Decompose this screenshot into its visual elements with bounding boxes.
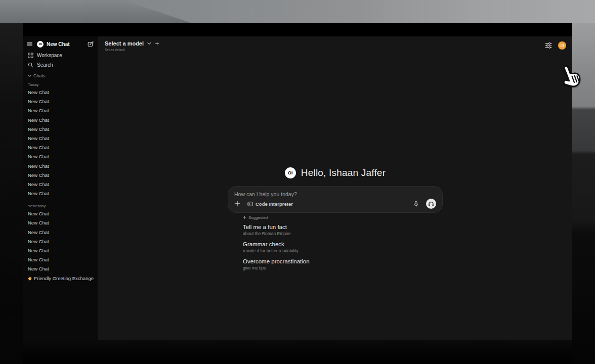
set-as-default-link[interactable]: Set as default bbox=[105, 48, 159, 52]
suggestion-title: Overcome procrastination bbox=[243, 258, 443, 265]
model-selector-block: Select a model Set as default bbox=[105, 40, 159, 52]
chat-group: Yesterday New ChatNew ChatNew ChatNew Ch… bbox=[27, 202, 94, 274]
sidebar-chat-item[interactable]: New Chat bbox=[27, 134, 94, 143]
sidebar-chat-item[interactable]: New Chat bbox=[27, 143, 94, 152]
wallpaper-top bbox=[0, 0, 595, 23]
plus-icon[interactable] bbox=[234, 201, 240, 207]
sidebar: OI New Chat Workspace bbox=[23, 36, 98, 340]
desktop: OI New Chat Workspace bbox=[0, 0, 595, 364]
chats-section-label: Chats bbox=[33, 73, 46, 78]
sidebar-chat-item[interactable]: New Chat bbox=[27, 255, 94, 264]
app-window: OI New Chat Workspace bbox=[23, 23, 572, 340]
sidebar-item-search[interactable]: Search bbox=[27, 60, 94, 70]
chats-section-header[interactable]: Chats bbox=[27, 73, 94, 79]
sidebar-chat-item[interactable]: New Chat bbox=[27, 171, 94, 180]
suggestion-item[interactable]: Overcome procrastination give me tips bbox=[243, 258, 443, 271]
avatar-glyph-icon bbox=[561, 44, 564, 47]
sidebar-chat-item[interactable]: New Chat bbox=[27, 180, 94, 189]
suggestion-title: Grammar check bbox=[243, 241, 443, 248]
chat-groups: Today New ChatNew ChatNew ChatNew ChatNe… bbox=[27, 79, 94, 274]
sidebar-item-label: Workspace bbox=[37, 53, 62, 58]
user-avatar[interactable] bbox=[558, 41, 566, 50]
chevron-down-icon bbox=[28, 74, 31, 77]
sidebar-chat-item[interactable]: New Chat bbox=[27, 88, 94, 97]
suggestion-title: Tell me a fun fact bbox=[243, 223, 443, 231]
sidebar-chat-item[interactable]: New Chat bbox=[27, 228, 94, 237]
code-interpreter-label: Code Interpreter bbox=[256, 201, 293, 207]
chat-group: Today New ChatNew ChatNew ChatNew ChatNe… bbox=[27, 81, 94, 198]
chevron-down-icon bbox=[147, 42, 151, 45]
message-input[interactable]: How can I help you today? bbox=[234, 191, 436, 197]
suggested-section: Suggested Tell me a fun fact about the R… bbox=[228, 215, 443, 271]
sidebar-chat-item[interactable]: New Chat bbox=[27, 106, 94, 115]
wave-emoji-icon bbox=[28, 276, 32, 281]
chat-group-list: New ChatNew ChatNew ChatNew ChatNew Chat… bbox=[27, 88, 94, 198]
chat-group-label: Yesterday bbox=[27, 202, 94, 209]
home-center: OI Hello, Ishaan Jaffer How can I help y… bbox=[228, 165, 443, 271]
message-composer[interactable]: How can I help you today? bbox=[228, 186, 443, 213]
suggestion-subtitle: rewrite it for better readability bbox=[243, 248, 443, 254]
suggestion-subtitle: give me tips bbox=[243, 265, 443, 271]
voice-call-button[interactable] bbox=[426, 199, 436, 209]
sidebar-chat-item[interactable]: New Chat bbox=[27, 97, 94, 106]
sidebar-chat-item[interactable]: New Chat bbox=[27, 152, 94, 161]
sidebar-title: New Chat bbox=[47, 41, 84, 47]
plus-icon[interactable] bbox=[155, 41, 159, 46]
suggested-label: Suggested bbox=[248, 215, 268, 220]
search-icon bbox=[28, 62, 33, 68]
app-logo-icon: OI bbox=[37, 41, 44, 48]
code-interpreter-toggle[interactable]: Code Interpreter bbox=[247, 201, 293, 207]
sidebar-item-label: Search bbox=[37, 62, 53, 68]
suggestion-item[interactable]: Tell me a fun fact about the Roman Empir… bbox=[243, 223, 443, 237]
lightning-bolt-icon bbox=[243, 215, 246, 220]
sliders-icon[interactable] bbox=[545, 42, 552, 49]
terminal-icon bbox=[247, 201, 253, 207]
grid-icon bbox=[28, 53, 33, 58]
sidebar-item-workspace[interactable]: Workspace bbox=[27, 51, 94, 60]
sidebar-toggle-icon[interactable] bbox=[27, 41, 34, 47]
sidebar-chat-item[interactable]: New Chat bbox=[27, 162, 94, 171]
window-titlebar bbox=[23, 23, 572, 36]
wallpaper-bottom bbox=[23, 340, 572, 364]
sidebar-chat-item[interactable]: New Chat bbox=[27, 116, 94, 125]
app-logo-icon: OI bbox=[285, 167, 296, 178]
sidebar-chat-item[interactable]: New Chat bbox=[27, 246, 94, 255]
model-selector-label: Select a model bbox=[105, 40, 144, 47]
microphone-icon[interactable] bbox=[413, 201, 419, 207]
sidebar-chat-item[interactable]: New Chat bbox=[27, 237, 94, 246]
suggestion-subtitle: about the Roman Empire bbox=[243, 231, 443, 237]
new-chat-icon[interactable] bbox=[88, 41, 94, 47]
sidebar-chat-item[interactable]: New Chat bbox=[27, 218, 94, 228]
greeting-text: Hello, Ishaan Jaffer bbox=[301, 167, 386, 178]
suggestion-item[interactable]: Grammar check rewrite it for better read… bbox=[243, 241, 443, 254]
headphones-icon bbox=[428, 201, 434, 207]
wallpaper-right bbox=[572, 23, 595, 364]
suggestion-list: Tell me a fun fact about the Roman Empir… bbox=[243, 223, 443, 271]
model-selector[interactable]: Select a model bbox=[105, 40, 159, 47]
sidebar-chat-item[interactable]: New Chat bbox=[27, 125, 94, 134]
wallpaper-left bbox=[0, 23, 23, 364]
sidebar-chat-item-special[interactable]: Friendly Greeting Exchange bbox=[27, 274, 94, 283]
chat-group-label: Today bbox=[27, 81, 94, 88]
sidebar-chat-item[interactable]: New Chat bbox=[27, 209, 94, 218]
main-panel: Select a model Set as default bbox=[98, 36, 572, 340]
chat-title: Friendly Greeting Exchange bbox=[34, 274, 94, 283]
sidebar-chat-item[interactable]: New Chat bbox=[27, 189, 94, 198]
sidebar-chat-item[interactable]: New Chat bbox=[27, 264, 94, 274]
chat-group-list: New ChatNew ChatNew ChatNew ChatNew Chat… bbox=[27, 209, 94, 274]
